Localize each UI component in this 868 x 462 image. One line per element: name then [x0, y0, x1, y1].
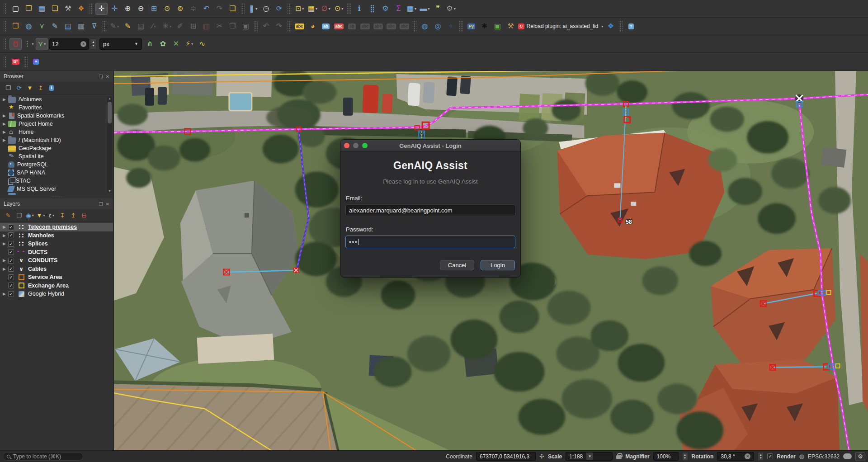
- style-manager-icon[interactable]: ❖: [75, 3, 87, 15]
- label-unplaced-icon[interactable]: abc: [333, 20, 345, 33]
- topological-editing-icon[interactable]: ⋔: [144, 38, 156, 50]
- layer-checkbox[interactable]: ✓: [8, 291, 14, 297]
- web-service-search-icon[interactable]: ◎: [432, 20, 444, 33]
- browser-item-spatial-bookmarks[interactable]: ▶Spatial Bookmarks: [0, 112, 113, 120]
- browser-item-postgresql[interactable]: PostgreSQL: [0, 160, 113, 169]
- add-spatialite-layer-icon[interactable]: ✎: [49, 20, 61, 33]
- browser-float-icon[interactable]: ❐: [99, 74, 103, 79]
- pip-package-plugin-icon[interactable]: ▣: [491, 20, 504, 33]
- expand-arrow-icon[interactable]: ▶: [3, 225, 8, 229]
- browser-item-favorites[interactable]: Favorites: [0, 104, 113, 112]
- pin-labels-icon[interactable]: ab: [346, 20, 358, 33]
- browser-close-icon[interactable]: ✕: [106, 74, 109, 79]
- layer-diagram-icon[interactable]: ◕: [307, 20, 319, 33]
- toggle-editing-icon[interactable]: ✎: [122, 20, 134, 33]
- browser-refresh-icon[interactable]: ⟳: [14, 83, 24, 93]
- snapping-mode-icon[interactable]: ⋮▾: [23, 38, 35, 50]
- expand-arrow-icon[interactable]: ▶: [3, 138, 8, 142]
- paste-features-icon[interactable]: ▣: [240, 20, 252, 33]
- layer-google-hybrid[interactable]: ▶✓Google Hybrid: [0, 290, 113, 298]
- snapping-on-intersection-icon[interactable]: ✕: [170, 38, 182, 50]
- browser-item-project-home[interactable]: ▶Project Home: [0, 120, 113, 128]
- data-source-manager-icon[interactable]: ❒: [9, 20, 22, 33]
- browser-item-ms-sql-server[interactable]: MS SQL Server: [0, 185, 113, 193]
- snapping-toggle-icon[interactable]: Ω: [9, 38, 22, 50]
- locate-input[interactable]: Type to locate (⌘K): [3, 452, 83, 461]
- coordinate-field[interactable]: 673707,0 5341916,3: [476, 452, 536, 461]
- render-checkbox[interactable]: ✓: [767, 453, 773, 459]
- toolbar-grip[interactable]: [4, 3, 7, 14]
- browser-scrollbar[interactable]: ▲ ▼: [107, 96, 112, 193]
- metasearch-icon[interactable]: ◍: [419, 20, 431, 33]
- layer-checkbox[interactable]: ✓: [8, 274, 14, 280]
- expand-arrow-icon[interactable]: ▶: [3, 130, 8, 134]
- filter-legend-icon[interactable]: ▼▾: [36, 211, 46, 221]
- annotations-icon[interactable]: ⚙▾: [445, 3, 457, 15]
- layer-checkbox[interactable]: ✓: [8, 258, 14, 264]
- stream-digitizing-icon[interactable]: ∿: [196, 38, 208, 50]
- layers-float-icon[interactable]: ❐: [99, 202, 103, 207]
- osm-place-search-icon[interactable]: ⌖: [445, 20, 457, 33]
- zoom-full-icon[interactable]: ⊞: [148, 3, 160, 15]
- browser-collapse-all-icon[interactable]: ↥: [36, 83, 46, 93]
- layer-ducts[interactable]: ✓- -DUCTS: [0, 248, 113, 257]
- add-vector-layer-icon[interactable]: ⋎: [36, 20, 48, 33]
- add-virtual-layer-icon[interactable]: ⊽: [88, 20, 100, 33]
- expand-arrow-icon[interactable]: ▶: [3, 113, 8, 118]
- spatial-bookmarks-icon[interactable]: ❚▾: [247, 3, 259, 15]
- new-print-layout-icon[interactable]: ❏: [49, 3, 61, 15]
- undo-icon[interactable]: ↶: [260, 20, 272, 33]
- layer-checkbox[interactable]: ✓: [8, 224, 14, 230]
- add-group-icon[interactable]: ❒: [14, 211, 24, 221]
- toolbar-grip[interactable]: [241, 3, 245, 14]
- save-project-icon[interactable]: ▤: [36, 3, 48, 15]
- new-map-view-icon[interactable]: ❑: [226, 3, 239, 15]
- expand-all-icon[interactable]: ↧: [57, 211, 67, 221]
- layer-checkbox[interactable]: ✓: [8, 241, 14, 247]
- rotate-label-icon[interactable]: abc: [385, 20, 397, 33]
- digitize-line-icon[interactable]: ∕▾: [148, 20, 160, 33]
- magnifier-field[interactable]: 100%: [653, 452, 679, 461]
- show-statistics-icon[interactable]: Σ: [392, 3, 405, 15]
- reload-plugin-icon[interactable]: ↻Reload plugin: ai_assisted_lid▾: [518, 20, 604, 33]
- expand-arrow-icon[interactable]: ▶: [3, 97, 8, 102]
- login-button[interactable]: Login: [481, 260, 515, 270]
- zoom-to-layer-icon[interactable]: ⊚: [174, 3, 186, 15]
- build-tools-icon[interactable]: ⚒: [505, 20, 517, 33]
- toolbar-grip[interactable]: [288, 3, 291, 14]
- python-console-icon[interactable]: Py: [465, 20, 477, 33]
- expand-arrow-icon[interactable]: ▶: [3, 292, 8, 296]
- map-tips-icon[interactable]: ❞: [432, 3, 444, 15]
- rotation-spinner[interactable]: ▲▼: [758, 452, 764, 461]
- zoom-to-selection-icon[interactable]: ⊙: [161, 3, 173, 15]
- manage-map-themes-icon[interactable]: ◉▾: [25, 211, 35, 221]
- browser-item-spatialite[interactable]: SpatiaLite: [0, 152, 113, 160]
- clear-icon[interactable]: ✕: [80, 41, 86, 47]
- magnifier-spinner[interactable]: ▲▼: [682, 452, 688, 461]
- toolbar-grip[interactable]: [413, 20, 416, 32]
- zoom-last-icon[interactable]: ↶: [200, 3, 212, 15]
- pan-map-icon[interactable]: ✛: [95, 3, 108, 15]
- extents-icon[interactable]: ✣: [539, 453, 544, 460]
- cut-features-icon[interactable]: ✂: [213, 20, 226, 33]
- crs-label[interactable]: EPSG:32632: [808, 453, 840, 460]
- move-label-icon[interactable]: abc: [372, 20, 384, 33]
- deselect-features-icon[interactable]: ∅▾: [320, 3, 332, 15]
- labeling-single-icon[interactable]: ab: [320, 20, 332, 33]
- change-label-icon[interactable]: abc: [398, 20, 410, 33]
- toolbar-grip[interactable]: [4, 38, 7, 50]
- layer-service-area[interactable]: ✓Service Area: [0, 273, 113, 282]
- show-layout-manager-icon[interactable]: ⚒: [62, 3, 74, 15]
- layer-checkbox[interactable]: ✓: [8, 232, 14, 238]
- temporal-controller-icon[interactable]: ◷: [260, 3, 272, 15]
- quickmapservices-icon[interactable]: ❖: [604, 20, 617, 33]
- layer-conduits[interactable]: ▶✓∨CONDUITS: [0, 256, 113, 265]
- bug-plugin-icon[interactable]: ✱: [478, 20, 491, 33]
- select-by-value-icon[interactable]: ▤▾: [307, 3, 319, 15]
- zoom-out-icon[interactable]: ⊖: [135, 3, 147, 15]
- layer-styling-icon[interactable]: ✎: [3, 211, 13, 221]
- layer-splices[interactable]: ▶✓Splices: [0, 240, 113, 248]
- layer-cables[interactable]: ▶✓∨Cables: [0, 265, 113, 273]
- delete-selected-icon[interactable]: ▥: [200, 20, 212, 33]
- modify-attributes-icon[interactable]: ✐: [174, 20, 186, 33]
